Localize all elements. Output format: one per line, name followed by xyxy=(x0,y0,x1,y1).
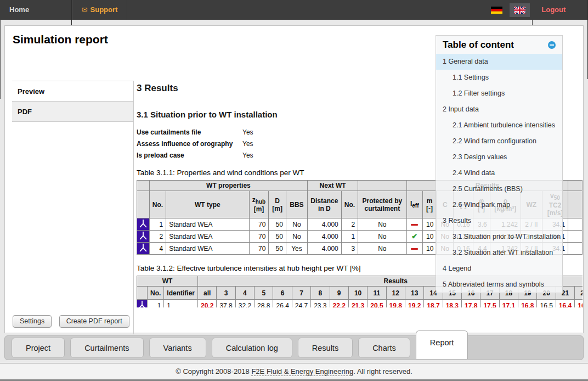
table-cell: 19.2 xyxy=(405,300,423,308)
toc-item[interactable]: 2.1 Ambient turbulence intensities xyxy=(436,117,562,133)
action-buttons: Settings Create PDF report xyxy=(13,315,134,328)
tab[interactable]: Charts xyxy=(358,338,410,358)
column-header: No. xyxy=(341,191,358,218)
column-header: 5 xyxy=(255,287,273,300)
table-cell xyxy=(568,218,583,231)
table-cell: ✔ xyxy=(406,231,422,243)
toc-item[interactable]: 2.3 Design values xyxy=(436,149,562,165)
table-cell xyxy=(406,218,422,231)
table-cell: 37.8 xyxy=(217,300,235,308)
table-cell: 2 xyxy=(149,231,166,243)
group-header: WT xyxy=(137,276,198,287)
column-header: Distancein D xyxy=(308,191,342,218)
tab[interactable]: Project xyxy=(12,338,65,358)
language-switcher xyxy=(486,0,532,20)
nav-item[interactable]: Home xyxy=(0,0,72,20)
toc-item[interactable]: 2 Input data xyxy=(436,102,562,117)
red-dash-icon xyxy=(411,224,418,226)
table-cell: 4 xyxy=(149,243,166,255)
table-cell: No xyxy=(358,218,407,231)
toc-item[interactable]: 3.1 Situation prior to WT installation xyxy=(436,229,562,245)
company-link[interactable]: F2E Fluid & Energy Engineering xyxy=(251,367,353,376)
table-cell: 1 xyxy=(164,300,198,308)
tab[interactable]: Curtailments xyxy=(70,338,143,358)
group-header xyxy=(358,181,407,191)
red-dash-icon xyxy=(411,248,418,250)
tab[interactable]: Report xyxy=(416,330,468,359)
collapse-toc-button[interactable] xyxy=(548,41,556,49)
column-header: m[-] xyxy=(422,191,437,218)
copyright-suffix: . All right reserved. xyxy=(353,367,412,376)
table-cell: 70 xyxy=(249,243,269,255)
table-cell: 28.8 xyxy=(255,300,273,308)
table-cell: 1 xyxy=(148,300,164,308)
table-cell: 22.2 xyxy=(330,300,348,308)
table-cell xyxy=(568,231,583,243)
column-header: Protected bycurtailment xyxy=(358,191,407,218)
tab[interactable]: Results xyxy=(298,338,353,358)
top-nav: HomeCalculationNewsUser dataDocumentatio… xyxy=(0,0,588,20)
table-cell: 10 xyxy=(422,218,437,231)
toc-item[interactable]: 2.5 Curtailments (BBS) xyxy=(436,181,562,197)
nav-spacer xyxy=(127,0,486,20)
column-header: all xyxy=(198,287,217,300)
column-header: BBS xyxy=(286,191,307,218)
tab[interactable]: Calculation log xyxy=(212,338,292,358)
table-cell: 26.4 xyxy=(273,300,292,308)
copyright-prefix: © Copyright 2008-2018 xyxy=(176,367,251,376)
column-header: 12 xyxy=(386,287,405,300)
create-pdf-report-button[interactable]: Create PDF report xyxy=(59,315,129,328)
toc-item[interactable]: 4 Legend xyxy=(436,261,562,277)
table-cell: 16.8 xyxy=(518,300,537,308)
toc-panel: Table of content 1 General data1.1 Setti… xyxy=(436,35,563,293)
table-cell: 17.5 xyxy=(480,300,499,308)
column-header xyxy=(568,191,583,218)
table-cell: 10 xyxy=(422,243,437,255)
uk-flag[interactable] xyxy=(510,3,530,17)
group-header: Next WT xyxy=(308,181,358,191)
table-cell: 18.7 xyxy=(424,300,443,308)
column-header: D[m] xyxy=(269,191,286,218)
table-cell: 1 xyxy=(149,218,166,231)
column-header: WT type xyxy=(166,191,249,218)
turbine-icon xyxy=(137,300,148,308)
column-header: 8 xyxy=(311,287,330,300)
sidebar-item[interactable]: Preview xyxy=(12,81,133,102)
toc-item[interactable]: 2.2 Wind farm configuration xyxy=(436,133,562,149)
group-header: WT properties xyxy=(149,181,307,191)
table-cell: 4.000 xyxy=(308,243,342,255)
tab[interactable]: Variants xyxy=(149,338,206,358)
table-cell: 3 xyxy=(341,243,358,255)
toc-item[interactable]: 2.6 Wind park map xyxy=(436,197,562,213)
table-cell: 20.2 xyxy=(198,300,217,308)
nav-item[interactable]: Logout xyxy=(532,0,588,20)
toc-item[interactable]: 1.1 Settings xyxy=(436,70,562,86)
toc-item[interactable]: 2.4 Wind data xyxy=(436,165,562,181)
turbine-icon xyxy=(137,231,150,243)
sidebar-item[interactable]: PDF xyxy=(12,102,133,122)
column-header: No. xyxy=(148,287,164,300)
column-header xyxy=(137,287,148,300)
table-cell: No xyxy=(286,231,307,243)
toc-item[interactable]: 3 Results xyxy=(436,213,562,229)
toc-header: Table of content xyxy=(436,36,562,54)
column-header: 9 xyxy=(330,287,348,300)
table-cell: Yes xyxy=(286,243,307,255)
toc-item[interactable]: 1.2 Filter settings xyxy=(436,86,562,102)
table-cell: 10 xyxy=(422,231,437,243)
column-header: 13 xyxy=(405,287,423,300)
group-header xyxy=(137,181,150,191)
toc-item[interactable]: 3.2 Situation after WT installation xyxy=(436,245,562,261)
table-cell: 19.8 xyxy=(386,300,405,308)
green-check-icon: ✔ xyxy=(411,232,417,240)
group-header xyxy=(568,181,583,191)
settings-button[interactable]: Settings xyxy=(13,315,52,328)
toc-item[interactable]: 1 General data xyxy=(436,54,562,70)
table-cell: 23.3 xyxy=(311,300,330,308)
column-header: 6 xyxy=(273,287,292,300)
report-format-sidebar: PreviewPDF xyxy=(12,81,133,122)
toc-item[interactable]: 5 Abbreviated terms and symbols xyxy=(436,277,562,293)
bottom-tab-bar: ProjectCurtailmentsVariantsCalculation l… xyxy=(4,335,584,360)
german-flag[interactable] xyxy=(491,7,502,14)
nav-item-support[interactable]: ✉Support xyxy=(72,0,128,20)
